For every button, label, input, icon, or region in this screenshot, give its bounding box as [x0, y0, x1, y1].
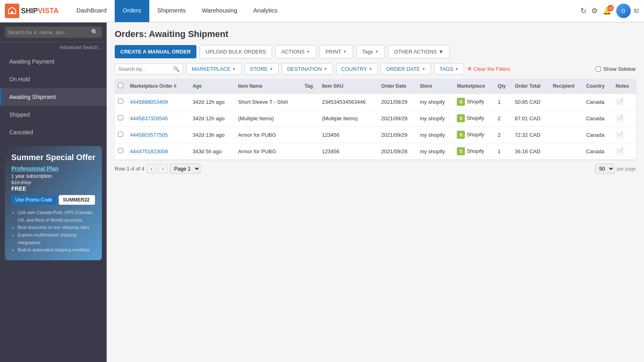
notes-icon[interactable]: 📄: [616, 148, 624, 155]
notes-icon[interactable]: 📄: [616, 115, 624, 122]
row-order-total: 72.32 CAD: [512, 127, 549, 143]
user-balance: $2: [634, 8, 639, 14]
other-actions-button[interactable]: OTHER ACTIONS ▼: [388, 45, 450, 58]
page-select[interactable]: Page 1: [170, 164, 200, 174]
row-notes[interactable]: 📄: [613, 127, 636, 143]
row-tag: [301, 127, 319, 143]
sidebar-item-awaiting-payment[interactable]: Awaiting Payment: [0, 53, 107, 70]
notifications-button[interactable]: 🔔 12: [603, 6, 611, 15]
col-marketplace: Marketplace: [454, 79, 494, 94]
order-num-link[interactable]: 4444751823009: [130, 148, 168, 154]
upload-bulk-orders-button[interactable]: UPLOAD BULK ORDERS: [200, 45, 272, 58]
prev-page-button[interactable]: ‹: [147, 164, 156, 173]
advanced-search-link[interactable]: Advanced Search...: [0, 42, 107, 53]
nav-orders[interactable]: Orders: [115, 0, 149, 22]
search-button[interactable]: 🔍: [91, 29, 99, 36]
store-filter-button[interactable]: STORE ▼: [245, 63, 279, 75]
logo[interactable]: SHIPVISTA: [5, 4, 59, 18]
main-layout: 🔍 Advanced Search... Awaiting Payment On…: [0, 23, 644, 362]
row-checkbox[interactable]: [118, 148, 123, 153]
show-sidebar-label[interactable]: Show Sidebar: [596, 66, 636, 72]
row-checkbox[interactable]: [118, 115, 123, 120]
filter-search-box: 🔍: [115, 64, 183, 74]
order-date-filter-arrow: ▼: [422, 67, 426, 71]
top-nav: SHIPVISTA DashBoard Orders Shipments War…: [0, 0, 644, 23]
row-notes[interactable]: 📄: [613, 94, 636, 110]
select-all-checkbox[interactable]: [118, 83, 123, 88]
row-checkbox-cell[interactable]: [115, 143, 127, 160]
actions-dropdown-button[interactable]: ACTIONS ▼: [275, 45, 316, 58]
row-store: my shopify: [417, 94, 454, 110]
user-area[interactable]: D $2: [616, 4, 639, 18]
tags-filter-button[interactable]: TAGS ▼: [434, 63, 464, 75]
order-date-filter-button[interactable]: ORDER DATE ▼: [381, 63, 431, 75]
select-all-header[interactable]: [115, 79, 127, 94]
col-item-sku: Item SKU: [319, 79, 378, 94]
tags-dropdown-button[interactable]: Tags ▼: [356, 45, 385, 58]
filter-bar: 🔍 MARKETPLACE ▼ STORE ▼ DESTINATION ▼ CO…: [115, 63, 636, 75]
per-page-label: per page: [617, 166, 636, 172]
row-qty: 1: [494, 143, 512, 160]
promo-card: Summer Special Offer Professional Plan 1…: [5, 146, 102, 260]
row-notes[interactable]: 📄: [613, 143, 636, 160]
row-tag: [301, 110, 319, 127]
sidebar-item-awaiting-shipment[interactable]: Awaiting Shipment: [0, 88, 107, 106]
print-dropdown-button[interactable]: PRINT ▼: [320, 45, 353, 58]
country-filter-button[interactable]: COUNTRY ▼: [336, 63, 378, 75]
sidebar-search-area: 🔍: [0, 23, 107, 42]
use-promo-button[interactable]: Use Promo Code: [11, 195, 56, 205]
promo-bullet-2: Best discounts on live shipping rates: [18, 224, 95, 231]
logo-icon: [5, 4, 19, 18]
row-country: Canada: [583, 94, 612, 110]
row-age: 342d 13h ago: [189, 127, 235, 143]
order-num-link[interactable]: 4445803577505: [130, 132, 168, 138]
col-qty: Qty: [494, 79, 512, 94]
order-num-link[interactable]: 4445888053409: [130, 99, 168, 105]
notes-icon[interactable]: 📄: [616, 132, 624, 138]
next-page-button[interactable]: ›: [158, 164, 167, 173]
row-checkbox-cell[interactable]: [115, 94, 127, 110]
row-order-num: 4445837328545: [127, 110, 189, 127]
row-notes[interactable]: 📄: [613, 110, 636, 127]
row-country: Canada: [583, 127, 612, 143]
promo-title: Summer Special Offer: [11, 152, 95, 162]
row-checkbox-cell[interactable]: [115, 110, 127, 127]
actions-dropdown-arrow: ▼: [306, 49, 310, 54]
nav-warehousing[interactable]: Warehousing: [194, 0, 245, 22]
nav-shipments[interactable]: Shipments: [149, 0, 194, 22]
nav-dashboard[interactable]: DashBoard: [68, 0, 115, 22]
promo-plan-link[interactable]: Professional Plan: [11, 165, 95, 172]
row-marketplace: SShopify: [454, 127, 494, 143]
country-filter-arrow: ▼: [369, 67, 373, 71]
search-input[interactable]: [8, 29, 91, 35]
row-age: 342d 12h ago: [189, 110, 235, 127]
notes-icon[interactable]: 📄: [616, 99, 624, 105]
row-order-total: 36.16 CAD: [512, 143, 549, 160]
notification-badge: 12: [607, 5, 614, 11]
create-manual-order-button[interactable]: CREATE A MANUAL ORDER: [115, 45, 196, 58]
destination-filter-button[interactable]: DESTINATION ▼: [282, 63, 332, 75]
nav-items: DashBoard Orders Shipments Warehousing A…: [68, 0, 580, 22]
table-header-row: Marketplace Order # Age Item Name Tag It…: [115, 79, 636, 94]
row-checkbox[interactable]: [118, 132, 123, 137]
marketplace-filter-arrow: ▼: [232, 67, 236, 71]
marketplace-filter-button[interactable]: MARKETPLACE ▼: [186, 63, 242, 75]
settings-button[interactable]: ⚙: [591, 6, 598, 15]
row-checkbox-cell[interactable]: [115, 127, 127, 143]
sidebar-item-canceled[interactable]: Canceled: [0, 123, 107, 141]
store-filter-arrow: ▼: [269, 67, 273, 71]
row-info: Row 1-4 of 4: [115, 166, 144, 172]
other-actions-arrow: ▼: [438, 49, 444, 55]
order-num-link[interactable]: 4445837328545: [130, 115, 168, 121]
sidebar-item-shipped[interactable]: Shipped: [0, 106, 107, 123]
sidebar-item-on-hold[interactable]: On Hold: [0, 70, 107, 88]
refresh-button[interactable]: ↻: [580, 6, 586, 15]
clear-filters-link[interactable]: ✕ Clear the Filters: [467, 66, 510, 72]
promo-code-input[interactable]: [59, 195, 95, 205]
sidebar: 🔍 Advanced Search... Awaiting Payment On…: [0, 23, 107, 362]
per-page-select[interactable]: 50: [595, 164, 615, 174]
nav-analytics[interactable]: Analytics: [245, 0, 285, 22]
show-sidebar-checkbox[interactable]: [596, 66, 601, 72]
filter-search-input[interactable]: [118, 66, 171, 72]
row-checkbox[interactable]: [118, 99, 123, 104]
